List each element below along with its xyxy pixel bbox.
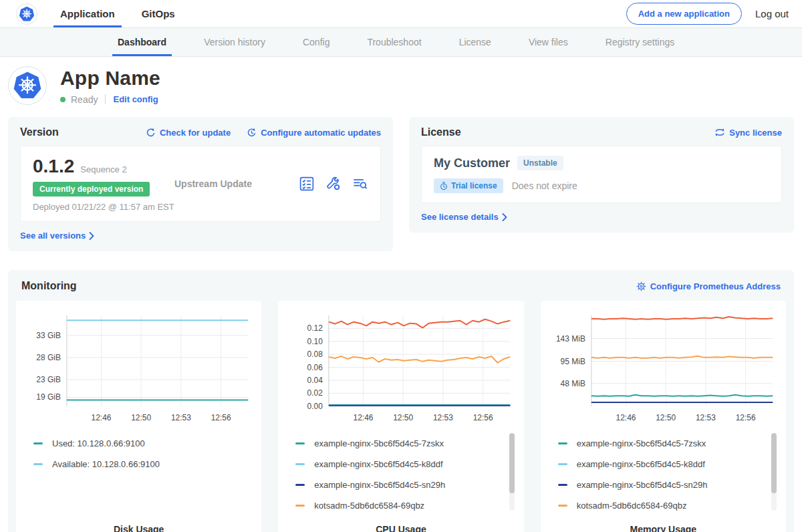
kubernetes-logo[interactable] <box>16 3 37 25</box>
svg-text:143 MiB: 143 MiB <box>556 334 585 344</box>
svg-text:19 GiB: 19 GiB <box>36 392 61 402</box>
configure-automatic-updates-link[interactable]: Configure automatic updates <box>247 128 381 138</box>
logout-link[interactable]: Log out <box>755 8 789 19</box>
license-details-box: My Customer Unstable Trial license Does … <box>421 146 782 203</box>
legend-item: example-nginx-5bc6f5d4c5-7zskx <box>558 433 765 454</box>
summary-cards-row: Version Check for update Configure au <box>0 117 802 251</box>
svg-text:0.00: 0.00 <box>307 402 323 411</box>
legend-item: kotsadm-5db6dc6584-69qbz <box>295 495 502 515</box>
legend-color-dash <box>295 463 305 465</box>
legend-label: kotsadm-5db6dc6584-69qbz <box>314 501 424 511</box>
cpu-usage-legend: example-nginx-5bc6f5d4c5-7zskxexample-ng… <box>286 432 515 515</box>
legend-color-dash <box>33 463 43 465</box>
version-card: Version Check for update Configure au <box>8 117 393 251</box>
kubernetes-helm-icon <box>13 71 42 100</box>
configure-prometheus-label: Configure Prometheus Address <box>650 281 781 291</box>
legend-label: example-nginx-5bc6f5d4c5-7zskx <box>314 438 444 448</box>
svg-text:12:50: 12:50 <box>656 413 676 422</box>
edit-config-link[interactable]: Edit config <box>113 94 158 104</box>
scrollbar-thumb[interactable] <box>771 433 777 493</box>
trial-license-label: Trial license <box>451 181 497 190</box>
license-card: License Sync license My Customer Unstabl… <box>409 117 794 233</box>
legend-label: example-nginx-5bc6f5d4c5-k8ddf <box>314 459 442 469</box>
disk-usage-chart: 33 GiB28 GiB23 GiB19 GiB12:4612:5012:531… <box>24 309 253 424</box>
svg-text:12:56: 12:56 <box>473 413 493 422</box>
legend-label: example-nginx-5bc6f5d4c5-7zskx <box>577 438 706 448</box>
svg-text:0.02: 0.02 <box>307 388 323 398</box>
legend-label: kotsadm-5db6dc6584-69qbz <box>577 501 687 511</box>
tab-config[interactable]: Config <box>303 28 329 56</box>
see-license-details-label: See license details <box>421 212 499 222</box>
svg-text:12:46: 12:46 <box>616 413 636 422</box>
legend-item: example-nginx-5bc6f5d4c5-k8ddf <box>558 454 765 475</box>
preflight-checks-icon[interactable] <box>299 176 315 192</box>
view-logs-icon[interactable] <box>352 176 368 192</box>
memory-usage-legend: example-nginx-5bc6f5d4c5-7zskxexample-ng… <box>549 432 778 515</box>
cpu-usage-chart-card: 0.120.100.080.060.040.020.0012:4612:5012… <box>278 301 523 532</box>
gear-icon <box>636 281 646 291</box>
legend-color-dash <box>558 463 567 465</box>
sync-icon <box>714 128 725 137</box>
configure-prometheus-link[interactable]: Configure Prometheus Address <box>636 281 781 291</box>
channel-badge: Unstable <box>517 156 563 170</box>
stopwatch-icon <box>440 182 448 190</box>
expiry-text: Does not expire <box>512 180 577 191</box>
config-icon[interactable] <box>325 176 342 192</box>
tab-dashboard[interactable]: Dashboard <box>118 28 166 56</box>
chevron-right-icon <box>502 213 507 221</box>
legend-item: example-nginx-5bc6f5d4c5-sn29h <box>558 475 765 495</box>
see-license-details-link[interactable]: See license details <box>421 212 782 222</box>
tab-version-history[interactable]: Version history <box>204 28 265 56</box>
monitoring-card: Monitoring Configure Prometheus Address … <box>8 270 794 532</box>
customer-name: My Customer <box>434 156 510 170</box>
tab-license[interactable]: License <box>459 28 491 56</box>
status-text: Ready <box>71 94 98 105</box>
legend-item: example-nginx-5bc6f5d4c5-7zskx <box>295 433 502 454</box>
check-for-update-label: Check for update <box>160 128 231 138</box>
disk-usage-chart-card: 33 GiB28 GiB23 GiB19 GiB12:4612:5012:531… <box>16 301 261 532</box>
auto-update-clock-icon <box>247 128 257 138</box>
svg-text:28 GiB: 28 GiB <box>36 353 61 362</box>
legend-label: example-nginx-5bc6f5d4c5-k8ddf <box>577 459 705 469</box>
see-all-versions-link[interactable]: See all versions <box>20 231 381 241</box>
tab-view-files[interactable]: View files <box>529 28 568 56</box>
legend-item: example-nginx-5bc6f5d4c5-sn29h <box>295 475 502 495</box>
app-icon <box>8 66 47 105</box>
status-dot <box>60 97 65 102</box>
license-card-title: License <box>421 126 461 138</box>
check-for-update-link[interactable]: Check for update <box>146 128 231 138</box>
sync-license-label: Sync license <box>729 128 782 138</box>
legend-scrollbar[interactable] <box>771 433 777 511</box>
kubernetes-helm-icon <box>19 6 35 22</box>
legend-label: example-nginx-5bc6f5d4c5-sn29h <box>577 480 708 490</box>
svg-text:12:56: 12:56 <box>735 413 755 422</box>
sync-license-link[interactable]: Sync license <box>714 128 782 138</box>
primary-nav: Application GitOps <box>60 0 175 27</box>
cpu-usage-chart: 0.120.100.080.060.040.020.0012:4612:5012… <box>286 309 515 424</box>
svg-text:95 MiB: 95 MiB <box>560 357 585 366</box>
nav-item-gitops[interactable]: GitOps <box>142 0 175 27</box>
legend-item: Available: 10.128.0.66:9100 <box>33 454 240 475</box>
monitoring-title: Monitoring <box>21 280 77 292</box>
disk-usage-legend: Used: 10.128.0.66:9100Available: 10.128.… <box>24 432 253 515</box>
memory-usage-title: Memory Usage <box>549 524 778 532</box>
see-all-versions-label: See all versions <box>20 231 86 241</box>
charts-row: 33 GiB28 GiB23 GiB19 GiB12:4612:5012:531… <box>16 301 786 532</box>
add-application-button[interactable]: Add a new application <box>626 3 742 25</box>
legend-color-dash <box>558 484 567 486</box>
svg-text:33 GiB: 33 GiB <box>36 331 61 340</box>
legend-color-dash <box>558 505 567 507</box>
nav-item-application[interactable]: Application <box>60 0 115 27</box>
svg-text:0.04: 0.04 <box>307 376 323 385</box>
upstream-update-label: Upstream Update <box>174 178 299 189</box>
tab-registry-settings[interactable]: Registry settings <box>606 28 674 56</box>
version-number: 0.1.2 <box>33 156 74 177</box>
deployed-badge: Currently deployed version <box>33 182 150 196</box>
tab-troubleshoot[interactable]: Troubleshoot <box>367 28 421 56</box>
legend-color-dash <box>33 442 43 444</box>
scrollbar-thumb[interactable] <box>509 433 515 493</box>
svg-text:12:46: 12:46 <box>354 413 374 422</box>
divider <box>105 94 106 104</box>
legend-scrollbar[interactable] <box>509 433 515 511</box>
legend-item: example-nginx-5bc6f5d4c5-k8ddf <box>295 454 502 475</box>
